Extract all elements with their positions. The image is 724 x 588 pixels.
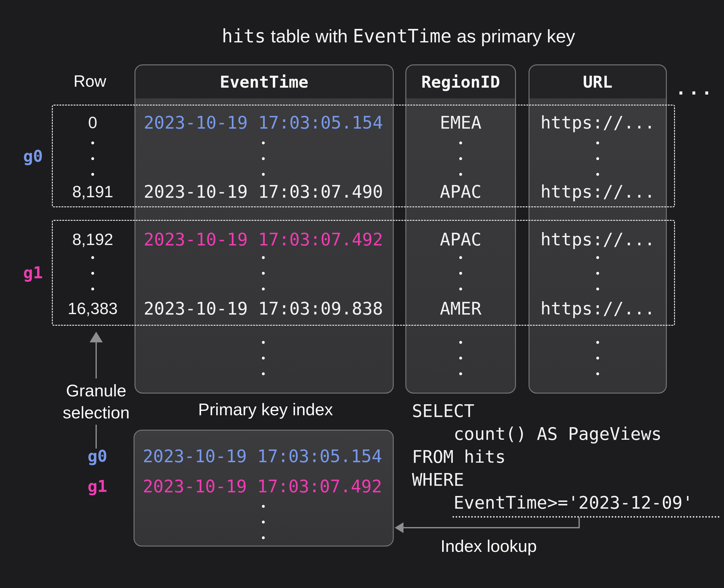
title-code-hits: hits (222, 25, 266, 47)
vertical-ellipsis (262, 341, 265, 375)
url-value: https://... (540, 298, 655, 318)
region-value: APAC (440, 182, 481, 202)
arrow-shaft (96, 342, 97, 378)
pk-entry-value-g1: 2023-10-19 17:03:07.492 (143, 476, 382, 496)
column-header-eventtime: EventTime (136, 65, 393, 98)
title-text-mid: table with (266, 26, 353, 46)
region-value: APAC (440, 229, 481, 249)
granule-label-g1: g1 (23, 263, 43, 282)
column-header-url: URL (530, 65, 666, 98)
row-number: 16,383 (67, 299, 118, 318)
row-number: 0 (88, 113, 98, 132)
url-value: https://... (540, 182, 655, 202)
column-header-regionid: RegionID (406, 65, 515, 98)
up-arrow-icon (89, 332, 103, 342)
arrow-shaft (96, 425, 97, 448)
vertical-ellipsis (262, 505, 265, 539)
vertical-ellipsis (459, 341, 462, 375)
page-title: hits table with EventTime as primary key (222, 25, 575, 47)
vertical-ellipsis (459, 142, 462, 176)
region-value: AMER (440, 298, 481, 318)
title-code-eventtime: EventTime (353, 25, 452, 47)
row-number: 8,192 (72, 230, 113, 249)
arrow-shaft (401, 527, 580, 528)
row-number: 8,191 (72, 182, 113, 201)
eventtime-value: 2023-10-19 17:03:07.490 (144, 182, 383, 202)
primary-key-index-title: Primary key index (198, 400, 333, 419)
left-arrow-icon (395, 522, 404, 533)
vertical-ellipsis (91, 256, 94, 291)
pk-entry-label-g1: g1 (88, 477, 107, 496)
vertical-ellipsis (596, 341, 599, 375)
pk-entry-value-g0: 2023-10-19 17:03:05.154 (143, 446, 382, 466)
sql-query: SELECT count() AS PageViews FROM hits WH… (412, 400, 693, 514)
url-value: https://... (540, 112, 655, 132)
vertical-ellipsis (262, 256, 265, 291)
granule-selection-label-line2: selection (63, 403, 129, 422)
arrow-shaft (579, 517, 580, 528)
diagram-canvas: hits table with EventTime as primary key… (0, 0, 724, 588)
pk-entry-label-g0: g0 (88, 447, 107, 465)
row-column-header: Row (74, 71, 106, 90)
vertical-ellipsis (596, 256, 599, 291)
granule-label-g0: g0 (23, 147, 43, 166)
region-value: EMEA (440, 112, 481, 132)
eventtime-value: 2023-10-19 17:03:05.154 (144, 112, 383, 132)
title-text-end: as primary key (452, 26, 575, 46)
index-lookup-label: Index lookup (440, 536, 537, 555)
vertical-ellipsis (459, 256, 462, 291)
eventtime-value: 2023-10-19 17:03:07.492 (144, 229, 383, 249)
eventtime-value: 2023-10-19 17:03:09.838 (144, 298, 383, 318)
vertical-ellipsis (596, 142, 599, 176)
vertical-ellipsis (91, 142, 94, 176)
where-clause-underline (453, 516, 720, 518)
granule-selection-label-line1: Granule (66, 381, 126, 400)
vertical-ellipsis (262, 142, 265, 176)
more-columns-ellipsis: ... (676, 79, 714, 99)
url-value: https://... (540, 229, 655, 249)
